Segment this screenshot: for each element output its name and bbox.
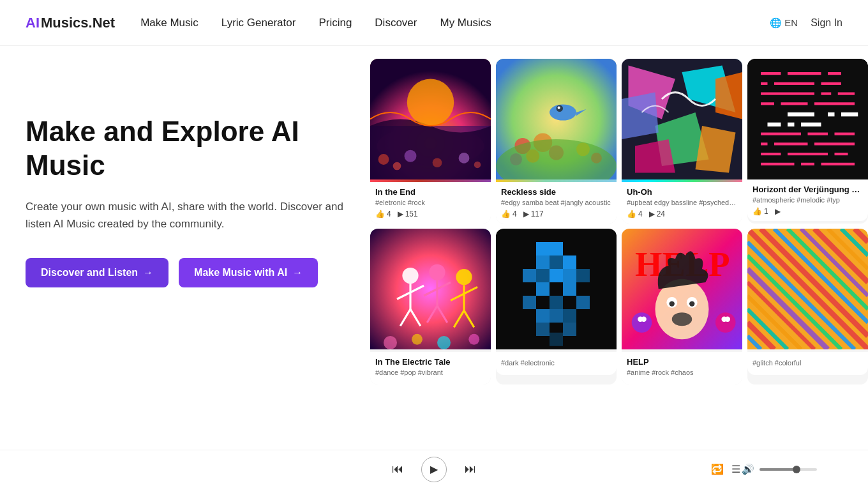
svg-point-118 (715, 312, 736, 333)
card-art-5 (370, 229, 491, 349)
nav-pricing[interactable]: Pricing (318, 17, 352, 29)
svg-point-113 (689, 301, 694, 306)
volume-bar[interactable] (760, 468, 817, 471)
svg-rect-57 (788, 153, 828, 155)
svg-rect-58 (835, 153, 848, 155)
playlist-button[interactable]: ☰ (731, 463, 740, 475)
svg-rect-53 (761, 142, 768, 145)
card-tags-2: #edgy samba beat #jangly acoustic (501, 199, 611, 206)
svg-rect-100 (576, 296, 590, 309)
make-music-label: Make Music with AI (194, 267, 287, 278)
svg-rect-61 (821, 163, 855, 165)
card-plays-2: ▶ 117 (523, 210, 544, 218)
card-image-7: HELP (622, 229, 742, 352)
card-meta-2: 👍 4 ▶ 117 (501, 210, 611, 218)
svg-rect-101 (536, 309, 550, 323)
svg-rect-95 (576, 269, 590, 282)
card-title-7: HELP (627, 357, 737, 367)
language-button[interactable]: 🌐 EN (770, 17, 798, 29)
card-tags-4: #atmospheric #melodic #typ (752, 196, 863, 204)
skip-forward-button[interactable]: ⏭ (460, 457, 481, 481)
svg-rect-105 (563, 323, 576, 336)
music-card-4[interactable]: Horizont der Verjüngung ext v2.1 #atmosp… (747, 59, 868, 224)
music-card-3[interactable]: Uh-Oh #upbeat edgy bassline #psychedelic… (622, 59, 742, 224)
svg-rect-87 (550, 242, 563, 255)
thumbs-up-icon-2: 👍 (501, 210, 511, 218)
hero-left: Make and Explore AI Music Create your ow… (26, 64, 345, 287)
svg-rect-41 (761, 102, 774, 105)
svg-marker-27 (696, 126, 736, 173)
play-icon-4: ▶ (775, 207, 781, 216)
svg-point-4 (378, 154, 389, 165)
discover-button[interactable]: Discover and Listen → (26, 258, 168, 287)
card-likes-1: 👍 4 (375, 210, 391, 218)
player-controls: ⏮ ▶ ⏭ (387, 457, 481, 482)
nav-my-musics[interactable]: My Musics (440, 17, 491, 29)
play-icon: ▶ (398, 210, 403, 218)
card-art-3 (622, 59, 742, 179)
svg-point-82 (412, 334, 423, 345)
card-plays-1: ▶ 151 (398, 210, 418, 218)
card-image-3 (622, 59, 742, 182)
svg-rect-42 (781, 102, 808, 105)
svg-point-120 (725, 317, 730, 322)
svg-rect-44 (788, 112, 814, 116)
nav-discover[interactable]: Discover (375, 17, 417, 29)
svg-rect-94 (563, 269, 576, 282)
svg-point-83 (437, 336, 451, 349)
svg-point-115 (632, 312, 652, 333)
svg-marker-30 (622, 93, 659, 140)
music-card-1[interactable]: In the End #eletronic #rock 👍 4 ▶ 151 (370, 59, 491, 224)
svg-rect-39 (821, 93, 832, 95)
player-extras: 🔁 ☰ (711, 463, 740, 475)
svg-rect-33 (788, 72, 821, 75)
nav-right: 🌐 EN Sign In (770, 17, 842, 29)
svg-point-75 (456, 269, 472, 285)
svg-rect-48 (828, 112, 835, 116)
music-card-7[interactable]: HELP (622, 229, 742, 385)
card-meta-1: 👍 4 ▶ 151 (375, 210, 486, 218)
card-likes-4: 👍 1 (752, 207, 768, 216)
svg-point-114 (672, 312, 692, 326)
nav-make-music[interactable]: Make Music (140, 17, 198, 29)
logo[interactable]: AIMusics.Net (26, 15, 115, 31)
logo-ai: AI (26, 15, 40, 31)
card-tags-5: #dance #pop #vibrant (375, 369, 486, 376)
card-art-6 (496, 229, 617, 349)
lang-label: EN (784, 17, 798, 28)
music-card-6[interactable]: #dark #electronic (496, 229, 617, 385)
nav-lyric-generator[interactable]: Lyric Generator (221, 17, 296, 29)
navbar: AIMusics.Net Make Music Lyric Generator … (0, 0, 868, 46)
discover-label: Discover and Listen (41, 267, 138, 278)
repeat-button[interactable]: 🔁 (711, 463, 724, 475)
sign-in-button[interactable]: Sign In (811, 17, 842, 29)
card-likes-2: 👍 4 (501, 210, 517, 218)
volume-icon: 🔊 (742, 463, 754, 475)
skip-back-button[interactable]: ⏮ (387, 457, 408, 481)
svg-point-69 (429, 264, 445, 280)
music-card-8[interactable]: #glitch #colorful (747, 229, 868, 385)
music-card-5[interactable]: In The Electric Tale #dance #pop #vibran… (370, 229, 491, 385)
nav-links: Make Music Lyric Generator Pricing Disco… (140, 17, 491, 29)
play-icon-3: ▶ (649, 210, 655, 218)
card-art-1 (370, 59, 491, 179)
play-icon-2: ▶ (523, 210, 529, 218)
play-button[interactable]: ▶ (421, 457, 447, 482)
card-info-7: HELP #anime #rock #chaos (622, 352, 742, 385)
svg-rect-54 (774, 142, 808, 145)
svg-point-14 (558, 107, 560, 109)
svg-marker-29 (715, 72, 742, 119)
hero-buttons: Discover and Listen → Make Music with AI… (26, 258, 345, 287)
bottom-player: ⏮ ▶ ⏭ 🔁 ☰ 🔊 (0, 450, 868, 488)
make-music-button[interactable]: Make Music with AI → (179, 258, 318, 287)
card-tags-1: #eletronic #rock (375, 199, 486, 206)
svg-rect-60 (801, 163, 814, 165)
card-art-8 (747, 229, 868, 349)
thumbs-up-icon: 👍 (375, 210, 385, 218)
svg-rect-49 (841, 112, 858, 116)
music-card-2[interactable]: Reckless side #edgy samba beat #jangly a… (496, 59, 617, 224)
card-image-4 (747, 59, 868, 179)
player-volume: 🔊 (742, 463, 817, 475)
volume-knob[interactable] (793, 466, 800, 473)
svg-rect-51 (808, 133, 828, 135)
